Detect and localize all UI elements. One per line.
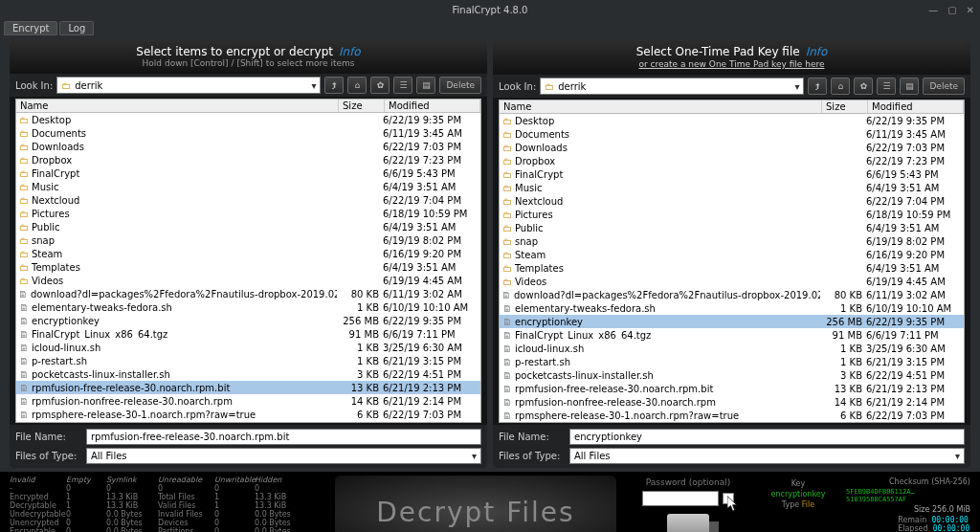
filetype-combo-left[interactable]: All Files▾ xyxy=(86,448,481,464)
close-icon[interactable]: ✕ xyxy=(967,5,974,15)
col-size[interactable]: Size xyxy=(822,100,868,113)
file-row[interactable]: 🗀Documents6/11/19 3:45 AM xyxy=(500,127,964,141)
folder-icon: 🗀 xyxy=(18,182,29,192)
newfolder-button[interactable]: ✿ xyxy=(854,78,873,95)
folder-icon: 🗀 xyxy=(501,263,512,274)
file-row[interactable]: 🗀Templates6/4/19 3:51 AM xyxy=(500,261,964,275)
filename-input-left[interactable]: rpmfusion-free-release-30.noarch.rpm.bit xyxy=(86,429,481,445)
file-row[interactable]: 🗀Nextcloud6/22/19 7:04 PM xyxy=(16,193,480,207)
file-row[interactable]: 🗎icloud-linux.sh1 KB3/25/19 6:30 AM xyxy=(500,342,964,355)
window-title: FinalCrypt 4.8.0 xyxy=(453,5,528,15)
file-row[interactable]: 🗀Videos6/19/19 4:45 AM xyxy=(500,275,964,288)
folder-icon: 🗀 xyxy=(501,116,512,126)
up-button[interactable]: ⮭ xyxy=(808,78,827,95)
filetype-combo-right[interactable]: All Files▾ xyxy=(569,448,965,464)
file-row[interactable]: 🗎p-restart.sh1 KB6/21/19 3:15 PM xyxy=(500,355,964,368)
file-row[interactable]: 🗎rpmsphere-release-30-1.noarch.rpm?raw=t… xyxy=(500,409,964,422)
file-row[interactable]: 🗎download?dl=packages%2Ffedora%2Fnautilu… xyxy=(500,288,964,301)
file-row[interactable]: 🗎FinalCrypt_Linux_x86_64.tgz91 MB6/6/19 … xyxy=(16,327,480,341)
file-row[interactable]: 🗀Steam6/16/19 9:20 PM xyxy=(500,248,964,261)
file-row[interactable]: 🗀Public6/4/19 3:51 AM xyxy=(500,221,964,234)
newfolder-button[interactable]: ✿ xyxy=(370,77,390,94)
file-row[interactable]: 🗀Dropbox6/22/19 7:23 PM xyxy=(16,153,480,166)
file-row[interactable]: 🗀Templates6/4/19 3:51 AM xyxy=(16,260,480,274)
lookin-combo-left[interactable]: 🗀derrik▾ xyxy=(56,77,321,94)
file-row[interactable]: 🗎download?dl=packages%2Ffedora%2Fnautilu… xyxy=(16,287,480,300)
decrypt-files-button[interactable]: Decrypt Files xyxy=(335,476,616,532)
file-row[interactable]: 🗎encryptionkey256 MB6/22/19 9:35 PM xyxy=(16,314,480,327)
file-row[interactable]: 🗎rpmsphere-release-30-1.noarch.rpm?raw=t… xyxy=(16,408,480,421)
delete-button-right[interactable]: Delete xyxy=(923,78,965,95)
file-icon: 🗎 xyxy=(501,370,512,381)
file-icon: 🗎 xyxy=(18,356,29,366)
tab-encrypt[interactable]: Encrypt xyxy=(4,21,57,35)
file-row[interactable]: 🗀FinalCrypt6/6/19 5:43 PM xyxy=(16,166,480,180)
folder-icon: 🗀 xyxy=(61,80,71,91)
file-row[interactable]: 🗀Public6/4/19 3:51 AM xyxy=(16,220,480,233)
filelist-right[interactable]: NameSizeModified 🗀Desktop6/22/19 9:35 PM… xyxy=(499,100,965,423)
file-row[interactable]: 🗀Steam6/16/19 9:20 PM xyxy=(16,247,480,260)
file-row[interactable]: 🗀Music6/4/19 3:51 AM xyxy=(500,181,964,194)
file-row[interactable]: 🗀Downloads6/22/19 7:03 PM xyxy=(16,140,480,153)
col-name[interactable]: Name xyxy=(500,100,822,113)
file-row[interactable]: 🗀Music6/4/19 3:51 AM xyxy=(16,180,480,193)
list-view-button[interactable]: ☰ xyxy=(877,78,896,95)
file-icon: 🗎 xyxy=(501,384,512,394)
file-row[interactable]: 🗎rpmfusion-free-release-30.noarch.rpm.bi… xyxy=(16,381,480,394)
show-password-checkbox[interactable] xyxy=(723,493,734,504)
maximize-icon[interactable]: ▢ xyxy=(947,5,956,15)
folder-icon: 🗀 xyxy=(18,235,29,246)
file-row[interactable]: 🗎p-restart.sh1 KB6/21/19 3:15 PM xyxy=(16,354,480,367)
file-row[interactable]: 🗎FinalCrypt_Linux_x86_64.tgz91 MB6/6/19 … xyxy=(500,328,964,342)
file-row[interactable]: 🗀Desktop6/22/19 9:35 PM xyxy=(500,114,964,127)
file-row[interactable]: 🗎pocketcasts-linux-installer.sh3 KB6/22/… xyxy=(500,368,964,382)
file-row[interactable]: 🗀Documents6/11/19 3:45 AM xyxy=(16,126,480,140)
lookin-label-right: Look In: xyxy=(499,81,536,92)
file-row[interactable]: 🗎rpmfusion-nonfree-release-30.noarch.rpm… xyxy=(16,394,480,408)
file-row[interactable]: 🗀Downloads6/22/19 7:03 PM xyxy=(500,141,964,154)
file-row[interactable]: 🗀FinalCrypt6/6/19 5:43 PM xyxy=(500,167,964,181)
file-row[interactable]: 🗎encryptionkey256 MB6/22/19 9:35 PM xyxy=(500,315,964,328)
file-icon: 🗎 xyxy=(18,383,29,393)
create-key-link[interactable]: or create a new One Time Pad key file he… xyxy=(639,59,825,69)
file-icon: 🗎 xyxy=(18,410,29,420)
minimize-icon[interactable]: — xyxy=(928,5,938,15)
file-row[interactable]: 🗎pocketcasts-linux-installer.sh3 KB6/22/… xyxy=(16,367,480,381)
file-row[interactable]: 🗎rpmfusion-free-release-30.noarch.rpm.bi… xyxy=(500,382,964,395)
up-button[interactable]: ⮭ xyxy=(324,77,344,94)
file-row[interactable]: 🗎icloud-linux.sh1 KB3/25/19 6:30 AM xyxy=(16,341,480,354)
password-input[interactable] xyxy=(642,491,719,506)
file-row[interactable]: 🗎elementary-tweaks-fedora.sh1 KB6/10/19 … xyxy=(16,300,480,314)
left-header-title: Select items to encrypt or decrypt xyxy=(136,45,333,58)
filename-input-right[interactable]: encryptionkey xyxy=(569,429,965,445)
file-row[interactable]: 🗀snap6/19/19 8:02 PM xyxy=(500,234,964,248)
col-name[interactable]: Name xyxy=(16,100,339,112)
home-button[interactable]: ⌂ xyxy=(831,78,850,95)
col-modified[interactable]: Modified xyxy=(385,100,480,112)
file-row[interactable]: 🗀Dropbox6/22/19 7:23 PM xyxy=(500,154,964,167)
file-row[interactable]: 🗀Nextcloud6/22/19 7:04 PM xyxy=(500,194,964,208)
filelist-left[interactable]: NameSizeModified 🗀Desktop6/22/19 9:35 PM… xyxy=(15,99,481,423)
folder-icon: 🗀 xyxy=(501,223,512,233)
file-row[interactable]: 🗀Videos6/19/19 4:45 AM xyxy=(16,274,480,287)
file-row[interactable]: 🗀Pictures6/18/19 10:59 PM xyxy=(500,208,964,221)
list-view-button[interactable]: ☰ xyxy=(393,77,412,94)
file-row[interactable]: 🗀Pictures6/18/19 10:59 PM xyxy=(16,207,480,220)
info-link-right[interactable]: Info xyxy=(806,45,828,58)
detail-view-button[interactable]: ▤ xyxy=(416,77,435,94)
home-button[interactable]: ⌂ xyxy=(347,77,367,94)
tab-log[interactable]: Log xyxy=(59,21,94,35)
lookin-combo-right[interactable]: 🗀derrik▾ xyxy=(540,78,804,95)
usb-icon xyxy=(667,514,709,532)
delete-button-left[interactable]: Delete xyxy=(439,77,481,94)
file-row[interactable]: 🗀snap6/19/19 8:02 PM xyxy=(16,233,480,247)
file-row[interactable]: 🗎elementary-tweaks-fedora.sh1 KB6/10/19 … xyxy=(500,301,964,315)
detail-view-button[interactable]: ▤ xyxy=(900,78,919,95)
folder-icon: 🗀 xyxy=(18,222,29,233)
folder-icon: 🗀 xyxy=(501,143,512,153)
file-row[interactable]: 🗀Desktop6/22/19 9:35 PM xyxy=(16,113,480,126)
info-link-left[interactable]: Info xyxy=(339,45,361,58)
col-modified[interactable]: Modified xyxy=(868,100,964,113)
file-row[interactable]: 🗎rpmfusion-nonfree-release-30.noarch.rpm… xyxy=(500,395,964,409)
col-size[interactable]: Size xyxy=(339,100,385,112)
